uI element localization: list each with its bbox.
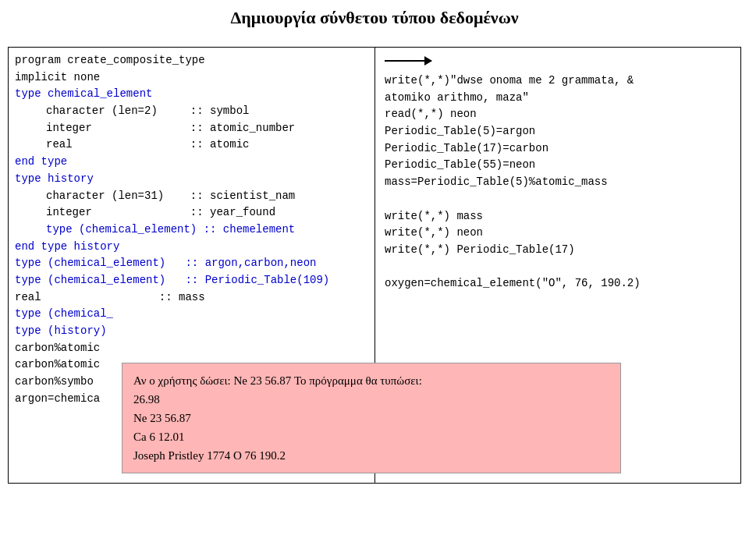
line-16: type (chemical_ — [15, 306, 371, 323]
line-2: implicit none — [15, 69, 371, 87]
line-11: type (chemical_element) :: chemelement — [15, 222, 371, 239]
line-9: character (len=31) :: scientist_nam — [15, 188, 371, 205]
popup-intro: Αν ο χρήστης δώσει: Ne 23 56.87 Το πρόγρ… — [133, 371, 609, 390]
popup-box: Αν ο χρήστης δώσει: Ne 23 56.87 Το πρόγρ… — [122, 363, 621, 473]
line-6: real :: atomic — [15, 136, 371, 154]
r-line-11: write(*,*) Periodic_Table(17) — [385, 242, 734, 259]
arrow-icon — [385, 60, 431, 62]
r-line-3: read(*,*) neon — [385, 106, 734, 123]
line-12: end type history — [15, 239, 371, 256]
line-17: type (history) — [15, 323, 371, 340]
line-5: integer :: atomic_number — [15, 120, 371, 137]
popup-line-4: Joseph Pristley 1774 O 76 190.2 — [133, 446, 609, 465]
popup-line-2: Ne 23 56.87 — [133, 409, 609, 427]
line-4: character (len=2) :: symbol — [15, 103, 371, 120]
r-line-10: write(*,*) neon — [385, 225, 734, 242]
r-line-13: oxygen=chemical_element("O", 76, 190.2) — [385, 275, 734, 292]
line-1: program create_composite_type — [15, 52, 371, 69]
r-line-4: Periodic_Table(5)=argon — [385, 123, 734, 140]
r-line-6: Periodic_Table(55)=neon — [385, 157, 734, 174]
page: Δημιουργία σύνθετου τύπου δεδομένων prog… — [0, 0, 749, 560]
popup-line-1: 26.98 — [133, 390, 609, 409]
arrow-row — [385, 52, 734, 69]
r-line-5: Periodic_Table(17)=carbon — [385, 140, 734, 158]
r-line-1: write(*,*)"dwse onoma me 2 grammata, & — [385, 73, 734, 90]
r-line-7: mass=Periodic_Table(5)%atomic_mass — [385, 174, 734, 191]
line-14: type (chemical_element) :: Periodic_Tabl… — [15, 272, 371, 289]
line-15: real :: mass — [15, 289, 371, 307]
r-line-2: atomiko arithmo, maza" — [385, 90, 734, 107]
r-line-8 — [385, 191, 734, 208]
popup-line-3: Ca 6 12.01 — [133, 427, 609, 446]
line-13: type (chemical_element) :: argon,carbon,… — [15, 255, 371, 272]
line-8: type history — [15, 171, 371, 188]
r-line-9: write(*,*) mass — [385, 208, 734, 225]
line-18: carbon%atomic — [15, 340, 371, 357]
line-7: end type — [15, 154, 371, 171]
r-line-12 — [385, 259, 734, 276]
line-3: type chemical_element — [15, 86, 371, 103]
page-title: Δημιουργία σύνθετου τύπου δεδομένων — [8, 8, 741, 33]
line-10: integer :: year_found — [15, 204, 371, 222]
content-area: program create_composite_type implicit n… — [8, 47, 741, 484]
